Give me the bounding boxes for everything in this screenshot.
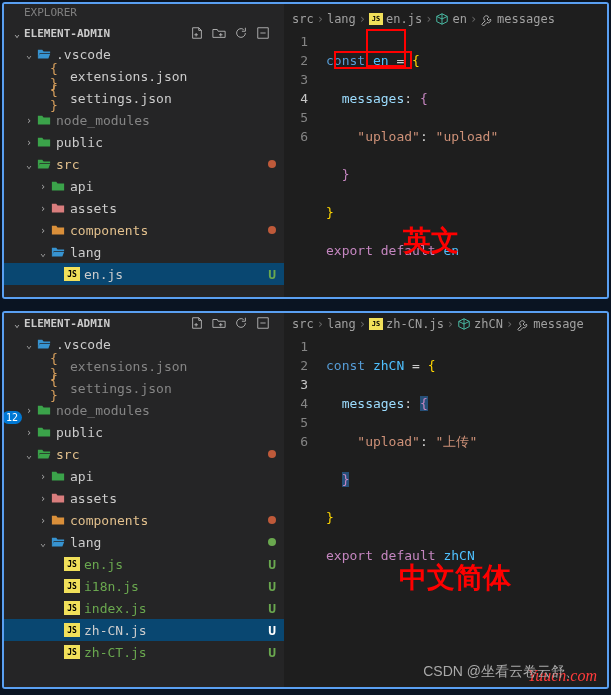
- folder-icon: [36, 336, 52, 352]
- tree-label: assets: [70, 201, 276, 216]
- tree-label: settings.json: [70, 381, 276, 396]
- collapse-icon[interactable]: [256, 26, 270, 40]
- tree-folder-lang[interactable]: ⌄lang: [4, 531, 284, 553]
- breadcrumb[interactable]: src› lang› JS zh-CN.js› zhCN› message: [284, 313, 607, 335]
- folder-icon: [36, 402, 52, 418]
- tree-file-extensions[interactable]: { }extensions.json: [4, 65, 284, 87]
- folder-icon: [36, 134, 52, 150]
- js-icon: JS: [64, 645, 80, 659]
- wrench-icon: [516, 317, 530, 331]
- tree-file-en-js[interactable]: JSen.jsU: [4, 263, 284, 285]
- modified-dot-icon: [268, 226, 276, 234]
- collapse-icon[interactable]: [256, 316, 270, 330]
- tree-folder-vscode[interactable]: ⌄.vscode: [4, 43, 284, 65]
- tree-label: zh-CN.js: [84, 623, 268, 638]
- folder-icon: [36, 446, 52, 462]
- tree-label: extensions.json: [70, 69, 276, 84]
- tree-label: extensions.json: [70, 359, 276, 374]
- tree-file-en-js[interactable]: JSen.jsU: [4, 553, 284, 575]
- tree-label: lang: [70, 535, 268, 550]
- chevron-down-icon: ⌄: [22, 449, 36, 460]
- folder-icon: [50, 468, 66, 484]
- breadcrumb-part[interactable]: zhCN: [474, 317, 503, 331]
- chevron-right-icon: ›: [22, 115, 36, 126]
- breadcrumb-part[interactable]: en: [452, 12, 466, 26]
- chevron-down-icon: ⌄: [22, 339, 36, 350]
- breadcrumb-part[interactable]: src: [292, 12, 314, 26]
- js-icon: JS: [64, 623, 80, 637]
- tree-file-zh-cn-js[interactable]: JSzh-CN.jsU: [4, 619, 284, 641]
- chevron-right-icon: ›: [22, 137, 36, 148]
- folder-icon: [50, 512, 66, 528]
- new-file-icon[interactable]: [190, 316, 204, 330]
- cube-icon: [457, 317, 471, 331]
- tree-label: en.js: [84, 267, 268, 282]
- tree-folder-src[interactable]: ⌄src: [4, 443, 284, 465]
- file-tree[interactable]: ⌄.vscode { }extensions.json { }settings.…: [4, 333, 284, 687]
- code-editor[interactable]: const zhCN = { messages: { "upload": "上传…: [326, 335, 607, 687]
- breadcrumb-part[interactable]: lang: [327, 12, 356, 26]
- breadcrumb[interactable]: src› lang› JS en.js› en› messages: [284, 8, 607, 30]
- modified-dot-icon: [268, 450, 276, 458]
- json-icon: { }: [50, 358, 66, 374]
- breadcrumb-part[interactable]: zh-CN.js: [386, 317, 444, 331]
- tree-label: api: [70, 179, 276, 194]
- tree-folder-assets[interactable]: ›assets: [4, 487, 284, 509]
- new-folder-icon[interactable]: [212, 26, 226, 40]
- tree-file-zh-ct-js[interactable]: JSzh-CT.jsU: [4, 641, 284, 663]
- folder-icon: [50, 200, 66, 216]
- tree-folder-public[interactable]: ›public: [4, 131, 284, 153]
- tree-file-i18n-js[interactable]: JSi18n.jsU: [4, 575, 284, 597]
- breadcrumb-part[interactable]: en.js: [386, 12, 422, 26]
- tree-file-settings[interactable]: { }settings.json: [4, 87, 284, 109]
- tree-folder-lang[interactable]: ⌄lang: [4, 241, 284, 263]
- tree-file-settings[interactable]: { }settings.json: [4, 377, 284, 399]
- cube-icon: [435, 12, 449, 26]
- git-status-u: U: [268, 557, 276, 572]
- tree-folder-src[interactable]: ⌄src: [4, 153, 284, 175]
- tree-folder-node-modules[interactable]: ›node_modules: [4, 109, 284, 131]
- tree-folder-api[interactable]: ›api: [4, 175, 284, 197]
- breadcrumb-part[interactable]: messages: [497, 12, 555, 26]
- tree-label: node_modules: [56, 113, 276, 128]
- tree-file-extensions[interactable]: { }extensions.json: [4, 355, 284, 377]
- tree-folder-assets[interactable]: ›assets: [4, 197, 284, 219]
- modified-dot-icon: [268, 160, 276, 168]
- tree-label: zh-CT.js: [84, 645, 268, 660]
- js-icon: JS: [64, 601, 80, 615]
- folder-icon: [50, 534, 66, 550]
- breadcrumb-part[interactable]: lang: [327, 317, 356, 331]
- file-tree[interactable]: ⌄.vscode { }extensions.json { }settings.…: [4, 43, 284, 297]
- tree-folder-node-modules[interactable]: ›node_modules: [4, 399, 284, 421]
- folder-icon: [36, 156, 52, 172]
- section-header[interactable]: ⌄ ELEMENT-ADMIN: [4, 23, 284, 43]
- refresh-icon[interactable]: [234, 26, 248, 40]
- breadcrumb-part[interactable]: src: [292, 317, 314, 331]
- tree-folder-public[interactable]: ›public: [4, 421, 284, 443]
- refresh-icon[interactable]: [234, 316, 248, 330]
- tree-label: src: [56, 447, 268, 462]
- activity-badge: 12: [2, 411, 22, 424]
- caption-english: 英文: [403, 222, 459, 260]
- chevron-down-icon: ⌄: [22, 49, 36, 60]
- tree-file-index-js[interactable]: JSindex.jsU: [4, 597, 284, 619]
- breadcrumb-part[interactable]: message: [533, 317, 584, 331]
- new-file-icon[interactable]: [190, 26, 204, 40]
- tree-folder-components[interactable]: ›components: [4, 219, 284, 241]
- js-icon: JS: [369, 13, 383, 25]
- tree-label: node_modules: [56, 403, 276, 418]
- chevron-down-icon: ⌄: [36, 247, 50, 258]
- tree-folder-vscode[interactable]: ⌄.vscode: [4, 333, 284, 355]
- new-folder-icon[interactable]: [212, 316, 226, 330]
- wrench-icon: [480, 12, 494, 26]
- js-icon: JS: [64, 557, 80, 571]
- json-icon: { }: [50, 68, 66, 84]
- code-editor[interactable]: const en = { messages: { "upload": "uplo…: [326, 30, 607, 299]
- chevron-right-icon: ›: [36, 515, 50, 526]
- git-status-u: U: [268, 267, 276, 282]
- explorer-label: EXPLORER: [4, 4, 284, 23]
- js-icon: JS: [64, 267, 80, 281]
- section-header[interactable]: ⌄ ELEMENT-ADMIN: [4, 313, 284, 333]
- tree-folder-components[interactable]: ›components: [4, 509, 284, 531]
- tree-folder-api[interactable]: ›api: [4, 465, 284, 487]
